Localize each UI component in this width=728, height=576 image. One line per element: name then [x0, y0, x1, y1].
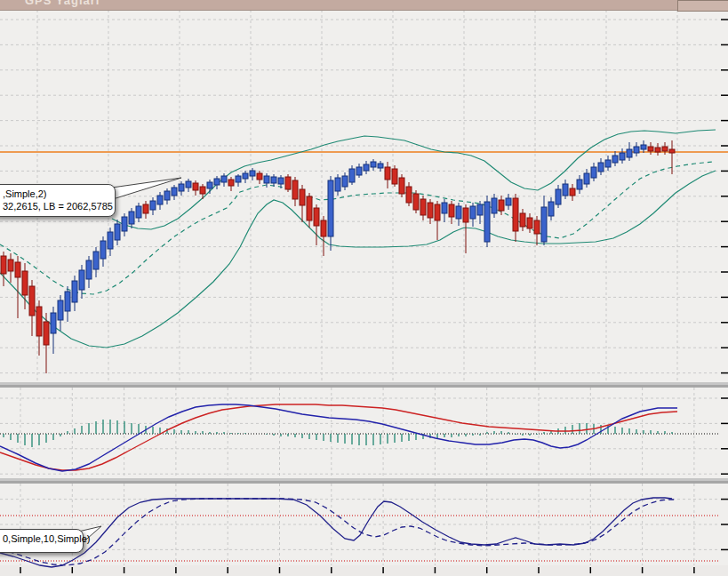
- stochastic-tooltip[interactable]: 0,Simple,10,Simple): [0, 529, 84, 553]
- panel-separator: [0, 481, 728, 484]
- window-title: GPS Yağları: [25, 0, 100, 7]
- trading-chart-window: GPS Yağları ,Simple,2) 32,2615, LB = 206…: [0, 0, 728, 576]
- stochastic-tooltip-line1: 0,Simple,10,Simple): [3, 532, 77, 545]
- bollinger-tooltip[interactable]: ,Simple,2) 32,2615, LB = 2062,5785: [0, 184, 116, 217]
- panel-separator: [0, 382, 728, 385]
- titlebar-corner-box[interactable]: [677, 0, 728, 12]
- panel-separator: [0, 385, 728, 388]
- window-titlebar[interactable]: GPS Yağları: [0, 0, 728, 11]
- bollinger-tooltip-line1: ,Simple,2): [3, 188, 109, 200]
- chart-canvas[interactable]: [0, 10, 728, 576]
- panel-separator: [0, 478, 728, 481]
- bollinger-tooltip-line2: 32,2615, LB = 2062,5785: [3, 200, 109, 212]
- bottom-axis: [0, 565, 728, 576]
